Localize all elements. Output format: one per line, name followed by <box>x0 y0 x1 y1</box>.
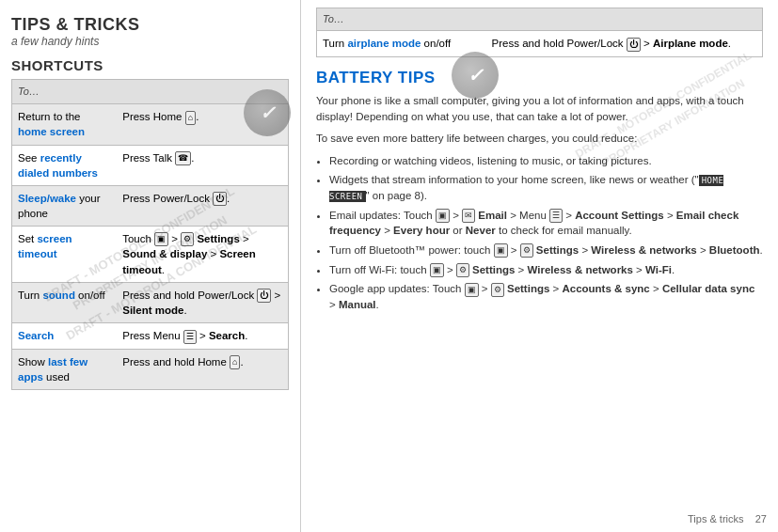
airplane-action-cell: Turn airplane mode on/off <box>317 31 486 56</box>
list-item: Widgets that stream information to your … <box>329 172 763 203</box>
logo-swoosh-right: ✓ <box>468 64 484 86</box>
wireless-networks-bold-2: Wireless & networks <box>528 264 633 275</box>
power-icon-3: ⏻ <box>627 38 641 52</box>
tips-title: TIPS & TRICKS <box>11 15 289 35</box>
list-item: Email updates: Touch ▣ > ✉ Email > Menu … <box>329 208 763 239</box>
tips-subtitle: a few handy hints <box>11 35 289 48</box>
wifi-bold: Wi-Fi <box>645 264 672 275</box>
airplane-mode-blue: airplane mode <box>347 38 421 49</box>
menu-icon-6: ▣ <box>430 263 444 277</box>
settings-icon-2: ⚙ <box>520 243 533 258</box>
table-row: Sleep/wake your phone Press Power/Lock ⏻… <box>12 185 289 226</box>
talk-icon: ☎ <box>175 151 191 165</box>
battery-intro-1: Your phone is like a small computer, giv… <box>316 93 763 126</box>
settings-bold-4: Settings <box>507 283 549 294</box>
table-cell-action: See recently dialed numbers <box>12 145 118 185</box>
battery-list: Recording or watching videos, listening … <box>316 153 763 313</box>
settings-icon-1: ⚙ <box>181 232 194 246</box>
home-icon-2: ⌂ <box>230 355 240 369</box>
logo-swoosh-left: ✓ <box>260 102 276 124</box>
power-icon: ⏻ <box>213 192 227 206</box>
table-cell-action: Sleep/wake your phone <box>12 185 118 226</box>
airplane-table-row: Turn airplane mode on/off Press and hold… <box>317 31 763 56</box>
action-blue-screen-timeout: screen timeout <box>18 233 72 259</box>
page-label: Tips & tricks <box>688 513 744 524</box>
action-blue-search: Search <box>18 330 54 341</box>
email-bold: Email <box>478 210 507 221</box>
airplane-header-to: To… <box>317 8 763 31</box>
email-icon: ✉ <box>462 209 475 223</box>
wireless-networks-bold: Wireless & networks <box>591 244 696 256</box>
settings-icon-4: ⚙ <box>491 283 504 297</box>
bluetooth-bold: Bluetooth <box>709 244 760 256</box>
menu-icon-7: ▣ <box>465 283 479 297</box>
left-panel: TIPS & TRICKS a few handy hints SHORTCUT… <box>0 0 301 532</box>
battery-title: BATTERY TIPS <box>316 69 763 87</box>
sound-display-bold: Sound & display <box>122 248 207 259</box>
table-cell-instruction: Press Talk ☎. <box>117 145 288 185</box>
power-icon-2: ⏻ <box>257 289 271 303</box>
logo-watermark-left: ✓ <box>244 89 291 136</box>
shortcuts-title: SHORTCUTS <box>11 57 289 73</box>
list-item: Turn off Wi-Fi: touch ▣ > ⚙ Settings > W… <box>329 262 763 278</box>
action-blue-lastapps: last few apps <box>18 356 87 383</box>
table-row: Set screen timeout Touch ▣ > ⚙ Settings … <box>12 226 289 282</box>
table-cell-instruction: Press and hold Home ⌂. <box>117 349 288 389</box>
table-cell-action: Set screen timeout <box>12 226 118 282</box>
table-cell-instruction: Press Power/Lock ⏻. <box>117 185 288 226</box>
table-row: See recently dialed numbers Press Talk ☎… <box>12 145 289 185</box>
search-bold: Search <box>209 330 245 341</box>
action-blue-sound: sound <box>42 289 75 301</box>
home-screen-badge: HOME SCREEN <box>329 175 723 202</box>
list-item: Google app updates: Touch ▣ > ⚙ Settings… <box>329 281 763 312</box>
settings-icon-3: ⚙ <box>456 263 469 277</box>
airplane-mode-bold: Airplane mode <box>653 38 728 49</box>
settings-bold-2: Settings <box>536 244 579 256</box>
menu-icon-1: ▣ <box>154 232 168 246</box>
table-cell-instruction: Press Menu ☰ > Search. <box>117 323 288 349</box>
table-cell-action: Return to the home screen <box>12 104 118 145</box>
list-item: Turn off Bluetooth™ power: touch ▣ > ⚙ S… <box>329 243 763 258</box>
every-hour-bold: Every hour <box>393 225 450 236</box>
table-cell-instruction: Press and hold Power/Lock ⏻ > Silent mod… <box>117 282 288 323</box>
email-freq-bold: Email check frequency <box>329 210 738 237</box>
silent-mode-bold: Silent mode <box>122 305 183 316</box>
accounts-sync-bold: Accounts & sync <box>562 283 649 294</box>
page-num-value: 27 <box>755 513 767 524</box>
table-row: Search Press Menu ☰ > Search. <box>12 323 289 349</box>
battery-intro-2: To save even more battery life between c… <box>316 131 763 147</box>
table-cell-action: Turn sound on/off <box>12 282 118 323</box>
page-number: Tips & tricks 27 <box>688 513 767 524</box>
action-blue-homescreen: home screen <box>18 126 85 137</box>
home-icon: ⌂ <box>185 111 196 125</box>
list-item: Recording or watching videos, listening … <box>329 153 763 169</box>
right-panel: ✓ DRAFT - MOTOROLA CONFIDENTIAL PROPRIET… <box>301 0 778 532</box>
action-blue-dialed: recently dialed numbers <box>18 152 98 179</box>
settings-bold-1: Settings <box>197 233 239 244</box>
table-cell-instruction: Touch ▣ > ⚙ Settings > Sound & display >… <box>117 226 288 282</box>
table-row: Show last few apps used Press and hold H… <box>12 349 289 389</box>
table-row: Turn sound on/off Press and hold Power/L… <box>12 282 289 323</box>
airplane-table: To… Turn airplane mode on/off Press and … <box>316 8 763 57</box>
menu-icon-3: ▣ <box>436 209 450 223</box>
menu-icon-2: ☰ <box>183 330 197 344</box>
manual-bold: Manual <box>339 299 376 310</box>
action-blue-sleepwake: Sleep/wake <box>18 193 76 204</box>
menu-icon-4: ☰ <box>549 209 563 223</box>
cellular-data-bold: Cellular data sync <box>662 283 754 294</box>
table-cell-action: Show last few apps used <box>12 349 118 389</box>
airplane-instruction-cell: Press and hold Power/Lock ⏻ > Airplane m… <box>486 31 763 56</box>
table-cell-action: Search <box>12 323 118 349</box>
menu-icon-5: ▣ <box>494 243 508 258</box>
airplane-table-header: To… <box>317 8 763 31</box>
never-bold: Never <box>466 225 496 236</box>
settings-bold-3: Settings <box>472 264 515 275</box>
account-settings-bold: Account Settings <box>575 210 664 221</box>
logo-watermark-right: ✓ <box>452 52 499 99</box>
